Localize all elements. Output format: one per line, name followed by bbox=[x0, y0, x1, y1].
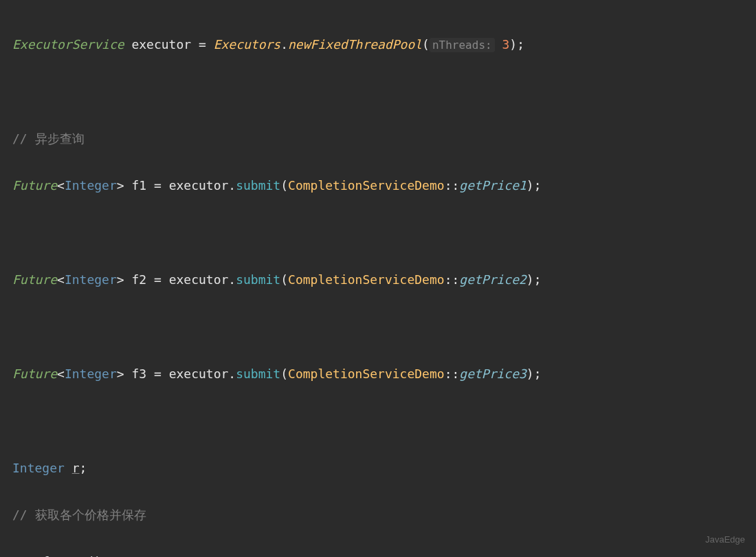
type-token: Future bbox=[12, 178, 57, 193]
semicolon-token: ; bbox=[517, 37, 524, 52]
generic-token: Integer bbox=[65, 178, 117, 193]
variable-token: f1 bbox=[131, 178, 146, 193]
code-line: Future<Integer> f3 = executor.submit(Com… bbox=[12, 362, 744, 386]
paren-token: ) bbox=[526, 367, 534, 381]
blank-line bbox=[12, 221, 744, 245]
paren-token: ( bbox=[280, 367, 288, 381]
paren-token: ( bbox=[280, 272, 288, 287]
operator-token: = bbox=[146, 367, 169, 381]
variable-token: r bbox=[72, 461, 80, 475]
dot-token: . bbox=[57, 554, 65, 557]
variable-token: executor bbox=[169, 367, 229, 381]
code-line: Future<Integer> f2 = executor.submit(Com… bbox=[12, 268, 744, 292]
dot-token: . bbox=[280, 37, 288, 52]
method-token: submit bbox=[236, 178, 280, 193]
variable-token: f2 bbox=[131, 272, 146, 287]
semicolon-token: ; bbox=[534, 272, 542, 287]
space-token bbox=[124, 272, 132, 287]
blank-line bbox=[12, 409, 744, 433]
method-ref-token: getPrice1 bbox=[459, 178, 526, 193]
class-token: CompletionServiceDemo bbox=[288, 178, 445, 193]
semicolon-token: ; bbox=[534, 367, 542, 381]
operator-token: = bbox=[146, 178, 169, 193]
number-token: 3 bbox=[502, 37, 510, 52]
space-token bbox=[495, 37, 502, 52]
param-hint: nThreads: bbox=[430, 38, 495, 52]
angle-token: > bbox=[117, 272, 124, 287]
operator-token: = bbox=[146, 272, 169, 287]
comment-line: // 获取各个价格并保存 bbox=[12, 503, 744, 527]
type-token: ExecutorService bbox=[12, 37, 124, 52]
angle-token: < bbox=[57, 178, 65, 193]
paren-token: ( bbox=[280, 178, 288, 193]
variable-token: executor bbox=[131, 37, 191, 52]
space-token bbox=[124, 367, 132, 381]
method-token: get bbox=[65, 554, 87, 557]
semicolon-token: ; bbox=[534, 178, 542, 193]
angle-token: > bbox=[117, 178, 124, 193]
angle-token: > bbox=[117, 367, 124, 381]
double-colon-token: :: bbox=[445, 367, 460, 381]
class-token: Executors bbox=[214, 37, 281, 52]
dot-token: . bbox=[228, 367, 236, 381]
semicolon-token: ; bbox=[80, 461, 87, 475]
space-token bbox=[124, 178, 132, 193]
variable-token: r bbox=[12, 554, 20, 557]
variable-token: f1 bbox=[42, 554, 57, 557]
type-token: Future bbox=[12, 367, 57, 381]
angle-token: < bbox=[57, 367, 65, 381]
method-token: newFixedThreadPool bbox=[288, 37, 422, 52]
method-token: submit bbox=[236, 272, 280, 287]
variable-token: executor bbox=[169, 272, 229, 287]
paren-token: ( bbox=[422, 37, 430, 52]
space-token bbox=[65, 461, 72, 475]
paren-token: ) bbox=[526, 178, 534, 193]
double-colon-token: :: bbox=[445, 272, 460, 287]
method-token: submit bbox=[236, 367, 280, 381]
class-token: CompletionServiceDemo bbox=[288, 367, 445, 381]
code-editor[interactable]: ExecutorService executor = Executors.new… bbox=[12, 10, 744, 557]
code-line: ExecutorService executor = Executors.new… bbox=[12, 33, 744, 56]
double-colon-token: :: bbox=[445, 178, 460, 193]
class-token: CompletionServiceDemo bbox=[288, 272, 445, 287]
operator-token: = bbox=[199, 37, 206, 52]
semicolon-token: ; bbox=[102, 554, 109, 557]
type-token: Integer bbox=[12, 461, 65, 475]
method-ref-token: getPrice2 bbox=[459, 272, 526, 287]
generic-token: Integer bbox=[65, 367, 117, 381]
watermark-label: JavaEdge bbox=[705, 532, 745, 549]
method-ref-token: getPrice3 bbox=[459, 367, 526, 381]
variable-token: executor bbox=[169, 178, 229, 193]
dot-token: . bbox=[228, 272, 236, 287]
paren-token: () bbox=[87, 554, 102, 557]
type-token: Future bbox=[12, 272, 57, 287]
code-line: r = f1.get(); bbox=[12, 550, 744, 557]
blank-line bbox=[12, 80, 744, 104]
code-line: Integer r; bbox=[12, 457, 744, 480]
variable-token: f3 bbox=[131, 367, 146, 381]
angle-token: < bbox=[57, 272, 65, 287]
paren-token: ) bbox=[509, 37, 517, 52]
dot-token: . bbox=[228, 178, 236, 193]
code-line: Future<Integer> f1 = executor.submit(Com… bbox=[12, 174, 744, 197]
blank-line bbox=[12, 315, 744, 338]
comment-line: // 异步查询 bbox=[12, 127, 744, 151]
operator-token: = bbox=[20, 554, 43, 557]
generic-token: Integer bbox=[65, 272, 117, 287]
paren-token: ) bbox=[526, 272, 534, 287]
